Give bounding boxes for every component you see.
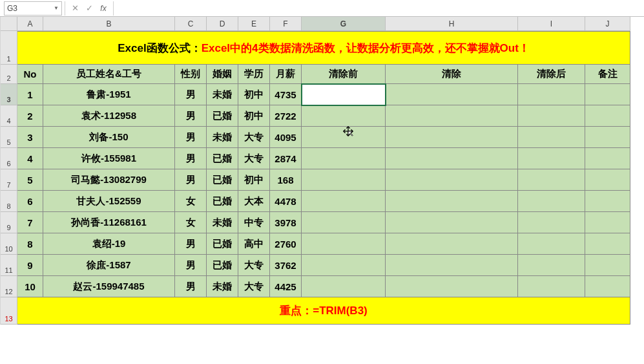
cell-I9[interactable]	[518, 212, 585, 233]
cell-J4[interactable]	[585, 105, 630, 127]
header-before[interactable]: 清除前	[302, 65, 386, 84]
row-header-13[interactable]: 13	[1, 297, 17, 325]
cell-D5[interactable]: 未婚	[207, 127, 238, 148]
cell-H7[interactable]	[386, 169, 518, 191]
cell-H6[interactable]	[386, 148, 518, 169]
cell-I10[interactable]	[518, 233, 585, 255]
header-marriage[interactable]: 婚姻	[207, 65, 238, 84]
cell-G10[interactable]	[302, 233, 386, 255]
cell-A9[interactable]: 7	[17, 212, 43, 233]
cell-J5[interactable]	[585, 127, 630, 148]
cell-B4[interactable]: 袁术-112958	[43, 105, 175, 127]
cell-B11[interactable]: 徐庶-1587	[43, 255, 175, 276]
cell-J9[interactable]	[585, 212, 630, 233]
cell-C7[interactable]: 男	[175, 169, 207, 191]
cell-C12[interactable]: 男	[175, 276, 207, 297]
row-header-12[interactable]: 12	[1, 276, 17, 297]
cell-F9[interactable]: 3978	[270, 212, 302, 233]
cell-E4[interactable]: 初中	[238, 105, 270, 127]
column-header-F[interactable]: F	[270, 17, 302, 31]
row-header-5[interactable]: 5	[1, 127, 17, 148]
cell-C9[interactable]: 女	[175, 212, 207, 233]
cell-H5[interactable]	[386, 127, 518, 148]
column-header-A[interactable]: A	[17, 17, 43, 31]
row-header-10[interactable]: 10	[1, 233, 17, 255]
cell-F5[interactable]: 4095	[270, 127, 302, 148]
cell-F3[interactable]: 4735	[270, 84, 302, 105]
cell-A11[interactable]: 9	[17, 255, 43, 276]
cell-F7[interactable]: 168	[270, 169, 302, 191]
dropdown-icon[interactable]: ▼	[54, 5, 59, 11]
cell-E5[interactable]: 大专	[238, 127, 270, 148]
cell-A7[interactable]: 5	[17, 169, 43, 191]
cell-G5[interactable]	[302, 127, 386, 148]
cell-C6[interactable]: 男	[175, 148, 207, 169]
cell-D12[interactable]: 未婚	[207, 276, 238, 297]
cell-J3[interactable]	[585, 84, 630, 105]
header-note[interactable]: 备注	[585, 65, 630, 84]
column-header-E[interactable]: E	[238, 17, 270, 31]
footer-cell[interactable]: 重点： =TRIM(B3)	[17, 297, 630, 325]
cell-C11[interactable]: 男	[175, 255, 207, 276]
cell-F6[interactable]: 2874	[270, 148, 302, 169]
cell-B8[interactable]: 甘夫人-152559	[43, 191, 175, 212]
cell-G8[interactable]	[302, 191, 386, 212]
cell-I7[interactable]	[518, 169, 585, 191]
cell-D9[interactable]: 未婚	[207, 212, 238, 233]
cell-H12[interactable]	[386, 276, 518, 297]
cell-D10[interactable]: 已婚	[207, 233, 238, 255]
row-header-6[interactable]: 6	[1, 148, 17, 169]
cell-B7[interactable]: 司马懿-13082799	[43, 169, 175, 191]
row-header-4[interactable]: 4	[1, 105, 17, 127]
cell-B10[interactable]: 袁绍-19	[43, 233, 175, 255]
cell-F12[interactable]: 4425	[270, 276, 302, 297]
cell-D6[interactable]: 已婚	[207, 148, 238, 169]
cell-H9[interactable]	[386, 212, 518, 233]
cell-G6[interactable]	[302, 148, 386, 169]
cell-H3[interactable]	[386, 84, 518, 105]
cell-E9[interactable]: 中专	[238, 212, 270, 233]
cell-C4[interactable]: 男	[175, 105, 207, 127]
cell-C8[interactable]: 女	[175, 191, 207, 212]
cell-D8[interactable]: 已婚	[207, 191, 238, 212]
cell-B3[interactable]: 鲁肃-1951	[43, 84, 175, 105]
cell-E6[interactable]: 大专	[238, 148, 270, 169]
title-cell[interactable]: Excel函数公式： Excel中的4类数据清洗函数，让数据分析更高效，还不掌握…	[17, 31, 630, 65]
spreadsheet-grid[interactable]: A B C D E F G H I J 1 Excel函数公式： Excel中的…	[0, 17, 644, 325]
cell-G3[interactable]	[302, 84, 386, 105]
cell-A4[interactable]: 2	[17, 105, 43, 127]
cancel-formula-button[interactable]: ✕	[68, 1, 82, 16]
header-after[interactable]: 清除后	[518, 65, 585, 84]
cell-E3[interactable]: 初中	[238, 84, 270, 105]
row-header-11[interactable]: 11	[1, 255, 17, 276]
column-header-I[interactable]: I	[518, 17, 585, 31]
cell-H11[interactable]	[386, 255, 518, 276]
cell-C3[interactable]: 男	[175, 84, 207, 105]
row-header-7[interactable]: 7	[1, 169, 17, 191]
cell-H4[interactable]	[386, 105, 518, 127]
header-clean[interactable]: 清除	[386, 65, 518, 84]
cell-B9[interactable]: 孙尚香-11268161	[43, 212, 175, 233]
cell-J10[interactable]	[585, 233, 630, 255]
formula-input[interactable]	[116, 1, 644, 16]
cell-I8[interactable]	[518, 191, 585, 212]
header-no[interactable]: No	[17, 65, 43, 84]
cell-G4[interactable]	[302, 105, 386, 127]
cell-B5[interactable]: 刘备-150	[43, 127, 175, 148]
column-header-C[interactable]: C	[175, 17, 207, 31]
cell-F10[interactable]: 2760	[270, 233, 302, 255]
column-header-D[interactable]: D	[207, 17, 238, 31]
cell-J11[interactable]	[585, 255, 630, 276]
cell-I6[interactable]	[518, 148, 585, 169]
column-header-G[interactable]: G	[302, 17, 386, 31]
cell-E10[interactable]: 高中	[238, 233, 270, 255]
cell-F11[interactable]: 3762	[270, 255, 302, 276]
cell-C10[interactable]: 男	[175, 233, 207, 255]
cell-B12[interactable]: 赵云-159947485	[43, 276, 175, 297]
cell-I3[interactable]	[518, 84, 585, 105]
header-name[interactable]: 员工姓名&工号	[43, 65, 175, 84]
row-header-9[interactable]: 9	[1, 212, 17, 233]
cell-H10[interactable]	[386, 233, 518, 255]
cell-A10[interactable]: 8	[17, 233, 43, 255]
cell-G7[interactable]	[302, 169, 386, 191]
